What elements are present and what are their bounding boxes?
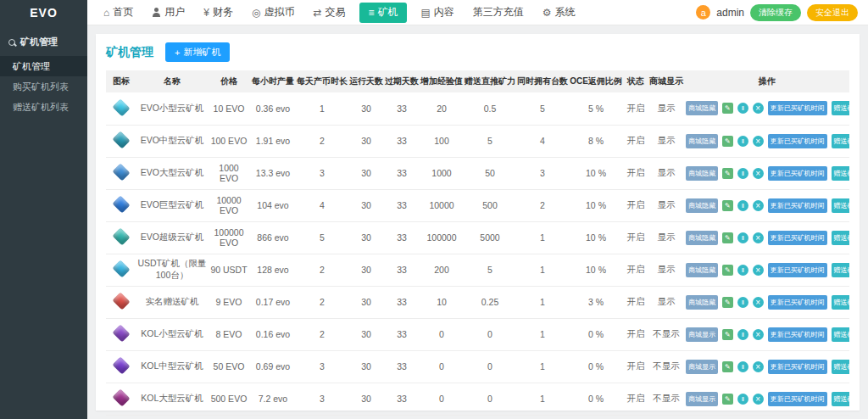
- shop-toggle-button[interactable]: 商城隐藏: [686, 134, 718, 148]
- cell-run_days: 30: [348, 350, 384, 383]
- add-miner-label: 新增矿机: [183, 46, 220, 59]
- gift-miner-button[interactable]: 赠送矿机: [832, 166, 849, 181]
- column-header-icon: 图标: [106, 70, 136, 92]
- cell-status: 开启: [623, 125, 648, 157]
- sidebar-item-buy-miner-list[interactable]: 购买矿机列表: [0, 76, 87, 97]
- gift-miner-button[interactable]: 赠送矿机: [832, 231, 849, 245]
- close-icon[interactable]: ×: [753, 297, 764, 308]
- column-header-expire-days: 过期天数: [384, 70, 420, 92]
- shop-toggle-button[interactable]: 商城显示: [686, 360, 718, 374]
- gift-miner-button[interactable]: 赠送矿机: [832, 295, 849, 310]
- table-header-row: 图标 名称 价格 每小时产量 每天产币时长 运行天数 过期天数 增加经验值 赠送…: [106, 70, 849, 92]
- update-bought-miner-button[interactable]: 更新已买矿机时间: [768, 198, 827, 213]
- avatar[interactable]: a: [696, 5, 710, 20]
- close-icon[interactable]: ×: [753, 265, 764, 276]
- close-icon[interactable]: ×: [753, 200, 764, 211]
- cell-gift_power: 50: [464, 157, 516, 189]
- sidebar-item-gift-miner-list[interactable]: 赠送矿机列表: [0, 97, 87, 117]
- edit-icon[interactable]: ✎: [722, 168, 733, 179]
- gift-miner-button[interactable]: 赠送矿机: [832, 263, 849, 277]
- nav-users[interactable]: 用户: [142, 0, 194, 25]
- close-icon[interactable]: ×: [753, 136, 764, 147]
- update-bought-miner-button[interactable]: 更新已买矿机时间: [768, 295, 827, 310]
- close-icon[interactable]: ×: [753, 394, 764, 405]
- shop-toggle-button[interactable]: 商城显示: [686, 392, 718, 406]
- nav-system[interactable]: ⚙ 系统: [533, 0, 585, 25]
- edit-icon[interactable]: ✎: [722, 232, 733, 243]
- sidebar-item-miner-manage[interactable]: 矿机管理: [0, 56, 87, 76]
- miner-icon: [113, 293, 131, 310]
- pause-icon[interactable]: ‖: [737, 361, 748, 372]
- edit-icon[interactable]: ✎: [722, 329, 733, 340]
- edit-icon[interactable]: ✎: [722, 103, 733, 114]
- pause-icon[interactable]: ‖: [737, 297, 748, 308]
- nav-content[interactable]: ▤ 内容: [412, 0, 464, 25]
- update-bought-miner-button[interactable]: 更新已买矿机时间: [768, 263, 827, 277]
- pause-icon[interactable]: ‖: [737, 232, 748, 243]
- pause-icon[interactable]: ‖: [737, 136, 748, 147]
- edit-icon[interactable]: ✎: [722, 297, 733, 308]
- cell-hours: 2: [296, 286, 348, 318]
- shop-toggle-button[interactable]: 商城隐藏: [686, 231, 718, 245]
- pause-icon[interactable]: ‖: [737, 200, 748, 211]
- shop-toggle-button[interactable]: 商城隐藏: [686, 101, 718, 115]
- cell-shop: 不显示: [648, 383, 684, 415]
- cell-max_count: 4: [516, 125, 569, 157]
- cell-price: 10 EVO: [208, 92, 250, 125]
- cell-expire_days: 33: [384, 92, 420, 125]
- gift-miner-button[interactable]: 赠送矿机: [832, 360, 849, 374]
- cell-hours: 2: [296, 254, 348, 286]
- edit-icon[interactable]: ✎: [722, 361, 733, 372]
- shop-toggle-button[interactable]: 商城隐藏: [686, 198, 718, 213]
- close-icon[interactable]: ×: [753, 329, 764, 340]
- shop-toggle-button[interactable]: 商城隐藏: [686, 166, 718, 181]
- edit-icon[interactable]: ✎: [722, 136, 733, 147]
- gift-miner-button[interactable]: 赠送矿机: [832, 392, 849, 406]
- gift-miner-button[interactable]: 赠送矿机: [832, 327, 849, 342]
- nav-third-party-recharge[interactable]: 第三方充值: [464, 0, 533, 25]
- close-icon[interactable]: ×: [753, 103, 764, 114]
- edit-icon[interactable]: ✎: [722, 200, 733, 211]
- gift-miner-button[interactable]: 赠送矿机: [832, 101, 849, 115]
- update-bought-miner-button[interactable]: 更新已买矿机时间: [768, 134, 827, 148]
- shop-toggle-button[interactable]: 商城隐藏: [686, 263, 718, 277]
- shop-toggle-button[interactable]: 商城显示: [686, 327, 718, 342]
- gift-miner-button[interactable]: 赠送矿机: [832, 198, 849, 213]
- table-row: KOL中型云矿机 50 EVO 0.69 evo 3 30 33 0 0 1 0…: [106, 350, 849, 383]
- update-bought-miner-button[interactable]: 更新已买矿机时间: [768, 360, 827, 374]
- nav-home[interactable]: ⌂ 首页: [94, 0, 142, 25]
- cell-hours: 3: [296, 157, 348, 189]
- plus-icon: +: [175, 47, 180, 58]
- nav-trade[interactable]: ⇄ 交易: [303, 0, 354, 25]
- cell-gift_power: 0: [464, 318, 516, 350]
- update-bought-miner-button[interactable]: 更新已买矿机时间: [768, 231, 827, 245]
- close-icon[interactable]: ×: [753, 232, 764, 243]
- pause-icon[interactable]: ‖: [737, 103, 748, 114]
- nav-miner[interactable]: ≡ 矿机: [359, 3, 406, 23]
- nav-virtual-coin[interactable]: ◎ 虚拟币: [242, 0, 303, 25]
- shop-toggle-button[interactable]: 商城隐藏: [686, 295, 718, 310]
- update-bought-miner-button[interactable]: 更新已买矿机时间: [768, 166, 827, 181]
- update-bought-miner-button[interactable]: 更新已买矿机时间: [768, 101, 827, 115]
- add-miner-button[interactable]: + 新增矿机: [165, 42, 230, 62]
- edit-icon[interactable]: ✎: [722, 265, 733, 276]
- pause-icon[interactable]: ‖: [737, 329, 748, 340]
- close-icon[interactable]: ×: [753, 361, 764, 372]
- close-icon[interactable]: ×: [753, 168, 764, 179]
- miner-icon: [113, 260, 131, 278]
- edit-icon[interactable]: ✎: [722, 394, 733, 405]
- column-header-daily-hours: 每天产币时长: [296, 70, 348, 92]
- cell-exp: 0: [420, 350, 464, 383]
- nav-finance[interactable]: ¥ 财务: [194, 0, 242, 25]
- gift-miner-button[interactable]: 赠送矿机: [832, 134, 849, 148]
- pause-icon[interactable]: ‖: [737, 394, 748, 405]
- pause-icon[interactable]: ‖: [737, 168, 748, 179]
- cell-price: 500 EVO: [208, 383, 250, 415]
- update-bought-miner-button[interactable]: 更新已买矿机时间: [768, 327, 827, 342]
- user-area: a admin 清除缓存 安全退出: [696, 4, 861, 21]
- update-bought-miner-button[interactable]: 更新已买矿机时间: [768, 392, 827, 406]
- logout-button[interactable]: 安全退出: [807, 4, 858, 21]
- table-row: EVO小型云矿机 10 EVO 0.36 evo 1 30 33 20 0.5 …: [106, 92, 849, 125]
- pause-icon[interactable]: ‖: [737, 265, 748, 276]
- clear-cache-button[interactable]: 清除缓存: [750, 4, 801, 21]
